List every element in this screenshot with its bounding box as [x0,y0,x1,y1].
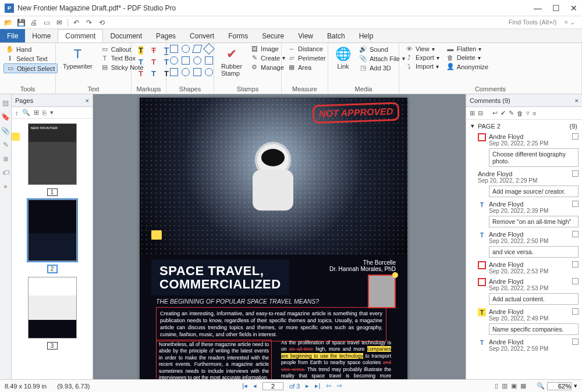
thumb-2[interactable] [28,199,77,261]
c-menu-icon[interactable]: ≡ [533,110,536,117]
pages-fit-icon[interactable]: ⊞ [34,109,39,116]
c-edit-icon[interactable]: ✎ [509,109,514,117]
mail-icon[interactable]: ✉ [55,18,64,27]
tab-convert[interactable]: Convert [183,29,221,42]
comment-item[interactable]: Andre FloydSep 20, 2022, 2:53 PM [466,260,582,277]
pages-opt-icon[interactable]: ↕ [15,109,19,116]
c-expand-icon[interactable]: ⊞ [470,109,475,117]
tab-comment[interactable]: Comment [58,29,103,42]
pages-extract-icon[interactable]: ⎘ [42,109,47,116]
find-close-icon[interactable]: × [565,19,568,26]
comment-checkbox[interactable] [572,278,579,284]
hand-tool[interactable]: ✋Hand [3,45,58,54]
view-comments[interactable]: 👁View ▾ [403,45,442,53]
c-reply-icon[interactable]: ↩ [492,109,498,117]
scan-icon[interactable]: ▭ [42,18,51,27]
nav-last-icon[interactable]: ▸| [315,382,320,390]
tab-file[interactable]: File [0,29,25,42]
c-collapse-icon[interactable]: ⊟ [478,109,483,117]
not-approved-stamp[interactable]: NOT APPROVED [312,102,399,123]
tab-batch[interactable]: Batch [320,29,352,42]
link-tool[interactable]: 🌐Link [332,45,354,72]
zoom-drop-icon[interactable]: ▾ [574,382,577,390]
thumb-1[interactable]: NEW FRONTIER [28,123,77,185]
comment-item[interactable]: TAndre FloydSep 20, 2022, 2:49 PMName sp… [466,307,582,337]
column-1[interactable]: Nonetheless, all of these magazine artic… [156,340,272,379]
shapes-grid[interactable] [170,45,215,79]
comments-page-group[interactable]: ▾ PAGE 2 (9) [466,120,582,132]
nav-prev-icon[interactable]: ◂ [253,382,257,390]
comment-checkbox[interactable] [572,338,579,345]
thumb-3[interactable] [28,277,77,338]
c-filter-icon[interactable]: ▿ [526,109,530,117]
nav-page-input[interactable] [262,382,283,390]
view-cont-facing-icon[interactable]: ▦ [520,382,526,390]
nav-back-icon[interactable]: ⇦ [326,382,331,390]
save-icon[interactable]: 💾 [16,18,26,27]
comment-item[interactable]: Andre FloydSep 20, 2022, 2:25 PMChoose d… [466,132,582,169]
undo-icon[interactable]: ↶ [72,18,81,27]
comment-item[interactable]: TAndre FloydSep 20, 2022, 2:50 PMand vic… [466,230,582,260]
comment-checkbox[interactable] [572,231,579,237]
redo-icon[interactable]: ↷ [84,18,94,27]
tab-view[interactable]: View [291,29,320,42]
panel-tag-icon[interactable]: 🏷 [2,169,9,177]
distance-tool[interactable]: ↔Distance [285,45,328,53]
revert-icon[interactable]: ⟲ [97,18,107,27]
view-facing-icon[interactable]: ▣ [511,382,517,390]
panel-layer-icon[interactable]: ≣ [3,155,9,163]
minimize-button[interactable]: — [534,3,542,13]
tab-document[interactable]: Document [103,29,149,42]
panel-sign-icon[interactable]: ✎ [3,141,9,149]
tab-pages[interactable]: Pages [149,29,183,42]
author-photo[interactable] [368,275,396,308]
pages-zoom-icon[interactable]: 🔍 [22,109,30,116]
maximize-button[interactable]: ☐ [552,3,560,13]
c-check-icon[interactable]: ✔ [501,109,506,117]
pages-more-icon[interactable]: ▾ [50,109,54,116]
view-cont-icon[interactable]: ▥ [502,382,508,390]
export-comments[interactable]: ⤴Export ▾ [403,54,442,62]
flatten-comments[interactable]: ▬Flatten ▾ [444,45,491,53]
perimeter-tool[interactable]: ▱Perimeter [285,54,328,62]
comment-checkbox[interactable] [572,170,579,177]
import-comments[interactable]: ⤵Import ▾ [403,62,442,70]
panel-dest-icon[interactable]: ⌖ [3,183,8,191]
comments-panel-close[interactable]: × [575,97,579,104]
close-button[interactable]: ✕ [570,3,577,13]
comment-checkbox[interactable] [572,133,579,140]
tab-forms[interactable]: Forms [221,29,255,42]
print-icon[interactable]: 🖨 [29,18,38,27]
nav-next-icon[interactable]: ▸ [306,382,309,390]
comment-item[interactable]: TAndre FloydSep 20, 2022, 2:59 PM [466,337,582,354]
pages-panel-close[interactable]: × [86,97,89,104]
nav-first-icon[interactable]: |◂ [242,382,247,390]
open-icon[interactable]: 📂 [3,18,13,27]
object-select-tool[interactable]: ▭Object Select [3,63,58,73]
view-single-icon[interactable]: ▯ [495,382,498,390]
find-tools[interactable]: Find Tools (Alt+/) [509,19,557,26]
tab-help[interactable]: Help [352,29,381,42]
zoom-input[interactable] [547,382,572,390]
intro-paragraph[interactable]: Creating an interesting, informative, an… [156,307,386,341]
nav-fwd-icon[interactable]: ⇨ [337,382,342,390]
comment-item[interactable]: TAndre FloydSep 20, 2022, 2:39 PMRemove … [466,199,582,230]
area-tool[interactable]: ▦Area [285,63,328,72]
panel-attach-icon[interactable]: 📎 [1,127,10,135]
comment-checkbox[interactable] [572,308,579,315]
sticky-note-annot[interactable] [151,230,162,240]
panel-bookmark-icon[interactable]: 🔖 [1,113,10,121]
tab-secure[interactable]: Secure [255,29,291,42]
find-drop-icon[interactable]: ⌄ [570,19,575,26]
document-page[interactable]: NOT APPROVED SPACE TRAVEL, COMMERCIALIZE… [140,98,407,379]
column-2[interactable]: As the proliferation of space travel tec… [281,340,391,379]
delete-comments[interactable]: 🗑Delete ▾ [444,54,491,62]
panel-pages-icon[interactable]: ▤ [2,99,9,107]
tab-home[interactable]: Home [25,29,58,42]
comment-checkbox[interactable] [572,201,579,207]
c-trash-icon[interactable]: 🗑 [517,110,523,117]
rubber-stamp-tool[interactable]: ✔︎Rubber Stamp [218,45,246,79]
anonymize-comments[interactable]: 👤Anonymize [444,62,491,71]
typewriter-tool[interactable]: TTypewriter [59,45,96,72]
comment-checkbox[interactable] [572,261,579,268]
